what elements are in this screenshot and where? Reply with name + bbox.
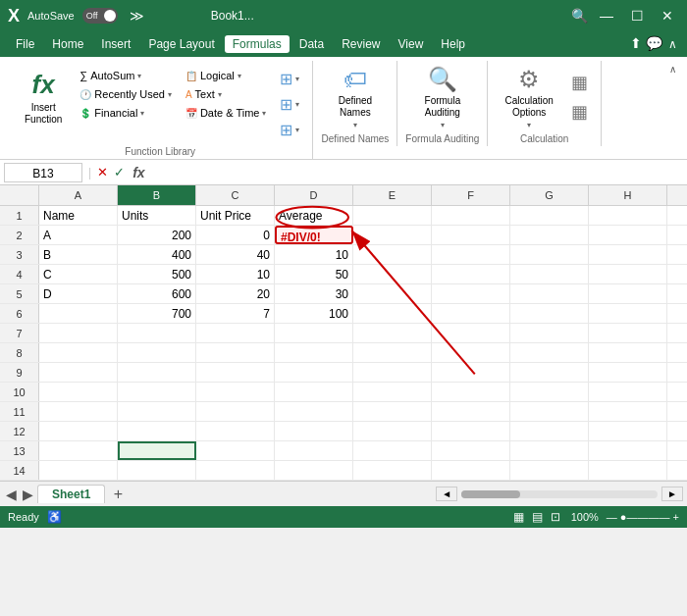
cell-c2[interactable]: 0 bbox=[196, 226, 275, 244]
text-dropdown-icon[interactable]: ▾ bbox=[218, 90, 222, 99]
cell-i12[interactable] bbox=[667, 422, 687, 440]
autosum-dropdown-icon[interactable]: ▾ bbox=[137, 72, 141, 80]
cell-i3[interactable] bbox=[667, 245, 687, 264]
cell-i4[interactable] bbox=[667, 265, 687, 283]
cell-c1[interactable]: Unit Price bbox=[196, 206, 275, 225]
cell-b11[interactable] bbox=[118, 402, 196, 421]
cell-e8[interactable] bbox=[353, 343, 432, 362]
cell-h7[interactable] bbox=[589, 324, 667, 342]
cell-a5[interactable]: D bbox=[39, 284, 118, 303]
normal-view-button[interactable]: ▦ bbox=[510, 509, 527, 525]
menu-help[interactable]: Help bbox=[433, 35, 473, 53]
cell-c10[interactable] bbox=[196, 383, 275, 401]
cell-e6[interactable] bbox=[353, 304, 432, 323]
cell-b5[interactable]: 600 bbox=[118, 284, 196, 303]
datetime-dropdown-icon[interactable]: ▾ bbox=[262, 109, 266, 118]
calc-now-button[interactable]: ▦ bbox=[566, 69, 593, 96]
autosum-button[interactable]: ∑ AutoSum ▾ bbox=[75, 67, 177, 84]
cell-h14[interactable] bbox=[589, 461, 667, 480]
cell-d6[interactable]: 100 bbox=[275, 304, 353, 323]
autosave-toggle[interactable]: Off bbox=[82, 8, 118, 24]
cell-d8[interactable] bbox=[275, 343, 353, 362]
restore-button[interactable]: ☐ bbox=[625, 6, 650, 26]
more-func-3-button[interactable]: ⊞ ▾ bbox=[275, 118, 304, 142]
more-func-3-dropdown[interactable]: ▾ bbox=[295, 126, 299, 134]
col-header-f[interactable]: F bbox=[432, 185, 510, 205]
cell-b4[interactable]: 500 bbox=[118, 265, 196, 283]
cell-c13[interactable] bbox=[196, 441, 275, 460]
horizontal-scrollbar[interactable] bbox=[461, 490, 658, 498]
cell-b6[interactable]: 700 bbox=[118, 304, 196, 323]
menu-view[interactable]: View bbox=[391, 35, 432, 53]
cell-a9[interactable] bbox=[39, 363, 118, 382]
ribbon-expand-icon[interactable]: ≫ bbox=[130, 8, 144, 24]
zoom-slider[interactable]: — ●———— + bbox=[607, 511, 679, 523]
cell-b3[interactable]: 400 bbox=[118, 245, 196, 264]
cell-c6[interactable]: 7 bbox=[196, 304, 275, 323]
cell-c8[interactable] bbox=[196, 343, 275, 362]
tab-nav-right-button[interactable]: ▶ bbox=[21, 485, 35, 504]
cell-d13[interactable] bbox=[275, 441, 353, 460]
cell-c14[interactable] bbox=[196, 461, 275, 480]
cell-g5[interactable] bbox=[510, 284, 589, 303]
cell-h8[interactable] bbox=[589, 343, 667, 362]
scroll-left-button[interactable]: ◄ bbox=[436, 487, 457, 501]
cell-f4[interactable] bbox=[432, 265, 510, 283]
calc-sheet-button[interactable]: ▦ bbox=[566, 98, 593, 126]
share-icon[interactable]: ⬆ bbox=[630, 35, 642, 53]
cell-i9[interactable] bbox=[667, 363, 687, 382]
cell-b13[interactable] bbox=[118, 441, 196, 460]
cell-a13[interactable] bbox=[39, 441, 118, 460]
confirm-formula-icon[interactable]: ✓ bbox=[114, 165, 125, 180]
cell-b2[interactable]: 200 bbox=[118, 226, 196, 244]
cell-i14[interactable] bbox=[667, 461, 687, 480]
more-func-1-button[interactable]: ⊞ ▾ bbox=[275, 67, 304, 91]
tab-nav-left-button[interactable]: ◀ bbox=[4, 485, 19, 504]
cell-e1[interactable] bbox=[353, 206, 432, 225]
cell-b12[interactable] bbox=[118, 422, 196, 440]
cell-g6[interactable] bbox=[510, 304, 589, 323]
col-header-c[interactable]: C bbox=[196, 185, 275, 205]
text-button[interactable]: A Text ▾ bbox=[181, 85, 272, 103]
recently-used-button[interactable]: 🕐 Recently Used ▾ bbox=[75, 85, 177, 103]
more-func-1-dropdown[interactable]: ▾ bbox=[295, 75, 299, 83]
cell-e13[interactable] bbox=[353, 441, 432, 460]
cell-e7[interactable] bbox=[353, 324, 432, 342]
cell-g4[interactable] bbox=[510, 265, 589, 283]
cell-a6[interactable] bbox=[39, 304, 118, 323]
cell-h11[interactable] bbox=[589, 402, 667, 421]
menu-formulas[interactable]: Formulas bbox=[225, 35, 290, 53]
col-header-e[interactable]: E bbox=[353, 185, 432, 205]
name-box[interactable]: B13 bbox=[4, 163, 82, 182]
menu-insert[interactable]: Insert bbox=[93, 35, 138, 53]
page-layout-view-button[interactable]: ▤ bbox=[529, 509, 546, 525]
financial-button[interactable]: 💲 Financial ▾ bbox=[75, 104, 177, 122]
cell-a3[interactable]: B bbox=[39, 245, 118, 264]
cell-c3[interactable]: 40 bbox=[196, 245, 275, 264]
cell-f5[interactable] bbox=[432, 284, 510, 303]
ribbon-collapse-button[interactable]: ∧ bbox=[666, 35, 679, 53]
cell-f10[interactable] bbox=[432, 383, 510, 401]
cell-g2[interactable] bbox=[510, 226, 589, 244]
menu-page-layout[interactable]: Page Layout bbox=[140, 35, 222, 53]
cell-e9[interactable] bbox=[353, 363, 432, 382]
cell-f12[interactable] bbox=[432, 422, 510, 440]
cell-g12[interactable] bbox=[510, 422, 589, 440]
col-header-h[interactable]: H bbox=[589, 185, 667, 205]
cell-e2[interactable] bbox=[353, 226, 432, 244]
cell-b14[interactable] bbox=[118, 461, 196, 480]
cell-i1[interactable] bbox=[667, 206, 687, 225]
cell-b10[interactable] bbox=[118, 383, 196, 401]
cell-h10[interactable] bbox=[589, 383, 667, 401]
col-header-a[interactable]: A bbox=[39, 185, 118, 205]
cell-i5[interactable] bbox=[667, 284, 687, 303]
cell-d7[interactable] bbox=[275, 324, 353, 342]
cell-h6[interactable] bbox=[589, 304, 667, 323]
cell-d4[interactable]: 50 bbox=[275, 265, 353, 283]
cell-h2[interactable] bbox=[589, 226, 667, 244]
cell-a1[interactable]: Name bbox=[39, 206, 118, 225]
cell-f11[interactable] bbox=[432, 402, 510, 421]
scroll-right-button[interactable]: ► bbox=[661, 487, 683, 501]
col-header-g[interactable]: G bbox=[510, 185, 589, 205]
cell-f14[interactable] bbox=[432, 461, 510, 480]
